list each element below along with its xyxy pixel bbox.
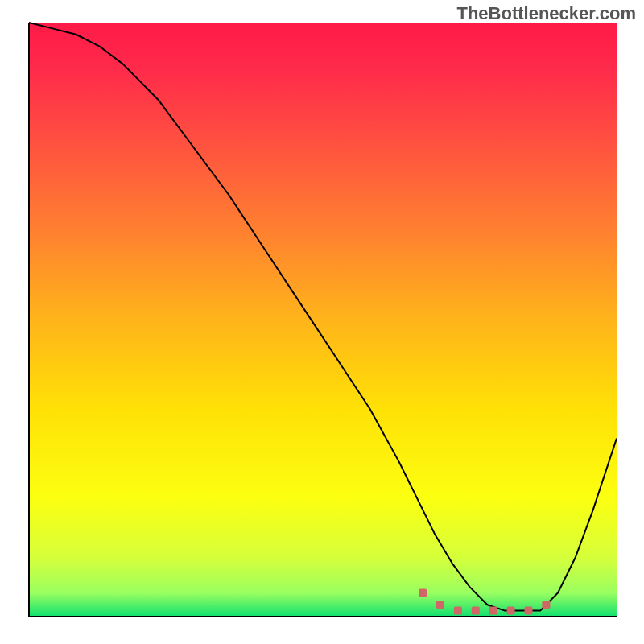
dot-marker: [542, 601, 550, 609]
dot-marker: [454, 607, 462, 615]
dot-marker: [419, 588, 427, 597]
chart-container: TheBottlenecker.com: [0, 0, 644, 644]
bottleneck-chart: [0, 0, 644, 644]
watermark-label: TheBottlenecker.com: [456, 3, 636, 24]
plot-background: [29, 23, 617, 617]
dot-marker: [525, 607, 533, 615]
dot-marker: [472, 607, 480, 615]
dot-marker: [507, 607, 515, 615]
dot-marker: [436, 601, 444, 609]
dot-marker: [489, 607, 497, 615]
